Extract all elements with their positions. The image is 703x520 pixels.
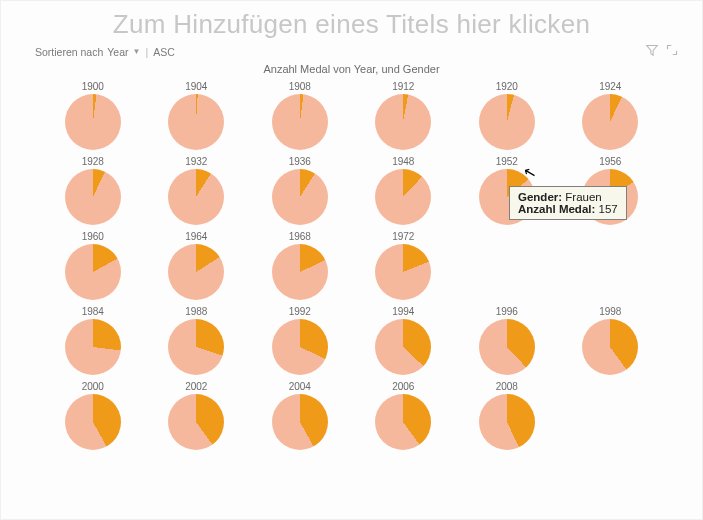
pie-cell-2006[interactable]: 2006 — [364, 381, 444, 450]
pie-chart[interactable] — [479, 94, 535, 150]
pie-cell-1936[interactable]: 1936 — [260, 156, 340, 225]
pie-cell-1952[interactable]: 1952 — [467, 156, 547, 225]
pie-chart[interactable] — [168, 319, 224, 375]
chevron-down-icon[interactable]: ▼ — [133, 47, 141, 56]
pie-year-label: 1948 — [392, 156, 414, 167]
pie-year-label: 1984 — [82, 306, 104, 317]
pie-year-label: 1992 — [289, 306, 311, 317]
pie-year-label: 1904 — [185, 81, 207, 92]
pie-chart[interactable] — [65, 244, 121, 300]
pie-cell-1904[interactable]: 1904 — [157, 81, 237, 150]
pie-year-label: 1908 — [289, 81, 311, 92]
expand-icon[interactable] — [666, 44, 678, 59]
pie-cell-1984[interactable]: 1984 — [53, 306, 133, 375]
pie-chart[interactable] — [168, 94, 224, 150]
pie-cell-1948[interactable]: 1948 — [364, 156, 444, 225]
pie-cell-1972[interactable]: 1972 — [364, 231, 444, 300]
pie-cell-1994[interactable]: 1994 — [364, 306, 444, 375]
pie-cell-1988[interactable]: 1988 — [157, 306, 237, 375]
pie-chart[interactable] — [375, 244, 431, 300]
pie-cell-1908[interactable]: 1908 — [260, 81, 340, 150]
pie-chart[interactable] — [65, 319, 121, 375]
pie-cell-2000[interactable]: 2000 — [53, 381, 133, 450]
small-multiples-grid: 1900190419081912192019241928193219361948… — [1, 81, 702, 458]
toolbar: Sortieren nach Year ▼ | ASC — [1, 42, 702, 61]
pie-chart[interactable] — [65, 394, 121, 450]
title-placeholder[interactable]: Zum Hinzufügen eines Titels hier klicken — [1, 1, 702, 42]
chart-subtitle: Anzahl Medal von Year, und Gender — [1, 63, 702, 75]
pie-cell-1900[interactable]: 1900 — [53, 81, 133, 150]
sort-control[interactable]: Sortieren nach Year ▼ | ASC — [35, 46, 175, 58]
pie-cell-1960[interactable]: 1960 — [53, 231, 133, 300]
pie-chart[interactable] — [375, 169, 431, 225]
pie-chart[interactable] — [479, 394, 535, 450]
pie-year-label: 2004 — [289, 381, 311, 392]
pie-year-label: 2006 — [392, 381, 414, 392]
pie-chart[interactable] — [375, 319, 431, 375]
pie-cell-1924[interactable]: 1924 — [571, 81, 651, 150]
pie-cell-1998[interactable]: 1998 — [571, 306, 651, 375]
pie-chart[interactable] — [375, 394, 431, 450]
pie-chart[interactable] — [168, 394, 224, 450]
pie-year-label: 1928 — [82, 156, 104, 167]
pie-year-label: 1912 — [392, 81, 414, 92]
filter-icon[interactable] — [646, 44, 658, 59]
sort-sep: | — [145, 46, 148, 58]
sort-direction[interactable]: ASC — [153, 46, 175, 58]
pie-cell-2004[interactable]: 2004 — [260, 381, 340, 450]
pie-chart[interactable] — [168, 169, 224, 225]
pie-year-label: 1900 — [82, 81, 104, 92]
pie-year-label: 2000 — [82, 381, 104, 392]
pie-chart[interactable] — [479, 319, 535, 375]
pie-chart[interactable] — [479, 169, 535, 225]
pie-year-label: 1960 — [82, 231, 104, 242]
pie-chart[interactable] — [272, 94, 328, 150]
pie-cell-1964[interactable]: 1964 — [157, 231, 237, 300]
pie-chart[interactable] — [272, 169, 328, 225]
pie-chart[interactable] — [582, 169, 638, 225]
pie-year-label: 1968 — [289, 231, 311, 242]
pie-chart[interactable] — [272, 319, 328, 375]
pie-chart[interactable] — [272, 244, 328, 300]
pie-year-label: 1994 — [392, 306, 414, 317]
pie-chart[interactable] — [272, 394, 328, 450]
pie-cell-2008[interactable]: 2008 — [467, 381, 547, 450]
pie-cell-1920[interactable]: 1920 — [467, 81, 547, 150]
pie-year-label: 1996 — [496, 306, 518, 317]
pie-year-label: 1956 — [599, 156, 621, 167]
pie-year-label: 1936 — [289, 156, 311, 167]
pie-chart[interactable] — [375, 94, 431, 150]
pie-year-label: 1952 — [496, 156, 518, 167]
pie-cell-1996[interactable]: 1996 — [467, 306, 547, 375]
pie-chart[interactable] — [65, 94, 121, 150]
pie-cell-2002[interactable]: 2002 — [157, 381, 237, 450]
pie-year-label: 1988 — [185, 306, 207, 317]
sort-field[interactable]: Year — [107, 46, 128, 58]
pie-year-label: 1920 — [496, 81, 518, 92]
pie-cell-1956[interactable]: 1956 — [571, 156, 651, 225]
pie-year-label: 1998 — [599, 306, 621, 317]
pie-chart[interactable] — [168, 244, 224, 300]
pie-year-label: 1932 — [185, 156, 207, 167]
pie-chart[interactable] — [582, 319, 638, 375]
pie-cell-1928[interactable]: 1928 — [53, 156, 133, 225]
pie-year-label: 1972 — [392, 231, 414, 242]
pie-cell-1912[interactable]: 1912 — [364, 81, 444, 150]
pie-year-label: 2002 — [185, 381, 207, 392]
pie-chart[interactable] — [582, 94, 638, 150]
pie-cell-1932[interactable]: 1932 — [157, 156, 237, 225]
pie-chart[interactable] — [65, 169, 121, 225]
sort-label: Sortieren nach — [35, 46, 103, 58]
pie-cell-1992[interactable]: 1992 — [260, 306, 340, 375]
pie-cell-1968[interactable]: 1968 — [260, 231, 340, 300]
pie-year-label: 1924 — [599, 81, 621, 92]
pie-year-label: 1964 — [185, 231, 207, 242]
pie-year-label: 2008 — [496, 381, 518, 392]
